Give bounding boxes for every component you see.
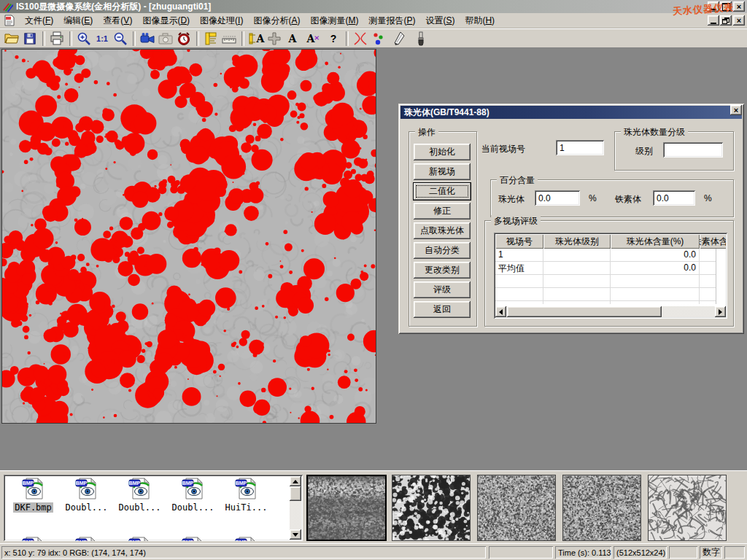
toolbar-separator — [42, 31, 45, 46]
text-button[interactable]: A — [284, 30, 301, 47]
pen-tool-button[interactable] — [391, 30, 409, 47]
open-button[interactable] — [3, 30, 20, 47]
status-panel-empty — [669, 546, 697, 559]
correct-button[interactable]: 修正 — [414, 203, 471, 219]
new-field-button[interactable]: 新视场 — [414, 163, 471, 180]
minimize-icon — [711, 23, 716, 24]
grade-button[interactable]: 评级 — [414, 281, 471, 298]
menu-file[interactable]: 文件(F) — [20, 13, 58, 28]
menu-settings[interactable]: 设置(S) — [420, 13, 460, 28]
thumbnail-fine-speckle[interactable] — [477, 475, 556, 541]
file-item[interactable] — [113, 536, 166, 541]
scroll-left-button[interactable] — [495, 306, 506, 317]
bmp-eye-icon — [182, 477, 205, 500]
col-pearlite-grade[interactable]: 珠光体级别 — [543, 234, 611, 249]
operations-group: 操作 初始化 新视场 二值化 修正 点取珠光体 自动分类 更改类别 评级 返回 — [409, 131, 477, 327]
caliper-button[interactable] — [202, 30, 220, 47]
mode-status: 数字 — [700, 546, 722, 559]
menu-image-process[interactable]: 图像处理(I) — [195, 13, 248, 28]
scroll-right-button[interactable] — [715, 306, 726, 317]
grading-group-label: 珠光体数量分级 — [621, 126, 688, 139]
curve-tool-button[interactable] — [352, 30, 369, 47]
file-item[interactable]: DKF.bmp — [7, 477, 60, 513]
print-button[interactable] — [48, 30, 66, 47]
multifield-table: 视场号 珠光体级别 珠光体含量(%) 铁素体含量(%) 1 0.0 — [494, 233, 727, 319]
app-logo-icon — [2, 1, 13, 12]
file-item[interactable] — [60, 536, 113, 541]
menu-image-display[interactable]: 图像显示(D) — [137, 13, 195, 28]
cell-content: 0.0 — [611, 262, 700, 274]
arrow-down-icon — [293, 533, 298, 537]
table-row[interactable]: 1 0.0 — [495, 249, 716, 262]
pick-pearlite-button[interactable]: 点取珠光体 — [414, 222, 471, 239]
auto-classify-button[interactable]: 自动分类 — [414, 242, 471, 259]
cell-ferrite — [700, 249, 716, 261]
child-minimize-button[interactable] — [708, 15, 719, 26]
brush-tool-button[interactable] — [412, 30, 430, 47]
zoom-in-button[interactable] — [75, 30, 93, 47]
grade-label: 级别 — [635, 145, 653, 158]
col-pearlite-content[interactable]: 珠光体含量(%) — [611, 234, 700, 249]
thumbnail-fine-speckle-2[interactable] — [562, 475, 641, 541]
file-item[interactable]: Doubl... — [60, 477, 113, 513]
camera-button[interactable] — [157, 30, 174, 47]
multifield-group-label: 多视场评级 — [491, 215, 541, 228]
actual-size-button[interactable]: 1:1 — [93, 30, 111, 47]
menu-view[interactable]: 查看(V) — [98, 13, 137, 28]
binarize-button[interactable]: 二值化 — [414, 183, 471, 200]
menu-measure-report[interactable]: 测量报告(P) — [363, 13, 420, 28]
dialog-title-bar[interactable]: 珠光体(GB/T9441-88) — [400, 106, 742, 119]
file-item[interactable] — [166, 536, 220, 541]
curve-tool-icon — [353, 31, 368, 46]
file-item[interactable] — [7, 536, 60, 541]
workspace: 珠光体(GB/T9441-88) × 操作 初始化 新视场 二值化 修正 点取珠… — [0, 48, 747, 470]
pearlite-percent-input[interactable] — [535, 190, 580, 206]
help-button[interactable]: ? — [325, 30, 342, 47]
table-vertical-scrollbar[interactable] — [716, 249, 726, 304]
move-grid-button[interactable] — [266, 30, 283, 47]
caliper-icon — [204, 31, 218, 46]
arrow-left-icon — [499, 309, 503, 315]
scroll-thumb[interactable] — [290, 486, 301, 501]
save-button[interactable] — [21, 30, 39, 47]
return-button[interactable]: 返回 — [414, 301, 471, 318]
scroll-up-button[interactable] — [290, 476, 301, 486]
file-item[interactable]: Doubl... — [166, 477, 220, 513]
scroll-down-button[interactable] — [290, 529, 301, 540]
title-bar[interactable]: IS100显微摄像系统(金相分析版) - [zhuguangti01] — [0, 0, 747, 13]
col-field-no[interactable]: 视场号 — [495, 234, 543, 249]
zoom-in-icon — [77, 31, 91, 46]
change-class-button[interactable]: 更改类别 — [414, 262, 471, 279]
file-item[interactable]: Doubl... — [113, 477, 166, 513]
classify-points-button[interactable] — [370, 30, 387, 47]
text-delete-button[interactable]: A× — [302, 30, 320, 47]
thumbnail-banded-dark[interactable] — [306, 475, 387, 541]
child-restore-button[interactable] — [720, 15, 732, 26]
cell-content: 0.0 — [611, 249, 700, 261]
table-row[interactable]: 平均值 0.0 — [495, 262, 716, 275]
ruler-button[interactable] — [220, 30, 238, 47]
current-field-input[interactable] — [556, 140, 604, 155]
measure-label-button[interactable]: A — [247, 30, 265, 47]
move-grid-icon — [267, 31, 282, 46]
child-close-button[interactable]: × — [733, 15, 745, 26]
timer-button[interactable] — [175, 30, 193, 47]
menu-help[interactable]: 帮助(H) — [460, 13, 500, 28]
thumbnail-graphite-flakes[interactable] — [648, 475, 727, 541]
thumbnail-coarse-blobs[interactable] — [392, 475, 471, 541]
window-close-button[interactable]: × — [733, 1, 745, 12]
scroll-thumb[interactable] — [507, 306, 662, 317]
dialog-close-button[interactable]: × — [730, 105, 742, 115]
grade-input[interactable] — [663, 142, 723, 158]
init-button[interactable]: 初始化 — [414, 144, 471, 160]
file-item[interactable] — [220, 536, 273, 541]
menu-image-measure[interactable]: 图像测量(M) — [305, 13, 363, 28]
video-capture-button[interactable] — [139, 30, 156, 47]
menu-edit[interactable]: 编辑(E) — [58, 13, 98, 28]
col-ferrite-content[interactable]: 铁素体含量(%) — [700, 234, 726, 249]
ferrite-percent-input[interactable] — [653, 190, 695, 206]
metallograph-image[interactable] — [1, 49, 376, 424]
zoom-out-button[interactable] — [112, 30, 129, 47]
file-item[interactable]: HuiTi... — [220, 477, 273, 513]
menu-image-analysis[interactable]: 图像分析(A) — [248, 13, 305, 28]
